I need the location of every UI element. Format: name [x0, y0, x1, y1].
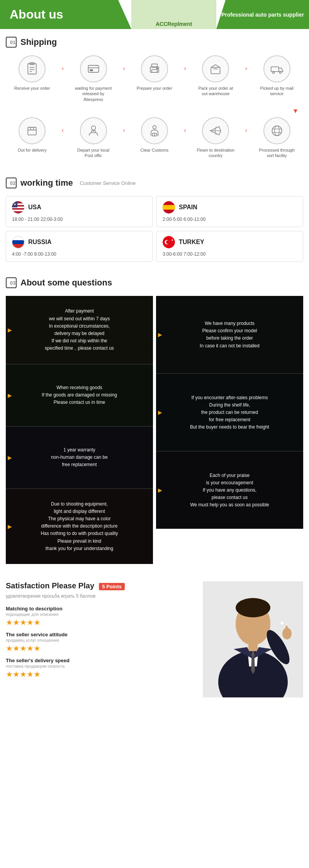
q-text-left-2: When receiving goodsIf the goods are dam…	[42, 384, 117, 407]
satisfaction-sub: удовлетворение просьба играть 5 баллов	[6, 593, 199, 599]
q-text-left-3: 1 year warrantynon-human damage can befr…	[51, 446, 108, 469]
shipping-row-1: Receive your order › waiting for payment…	[6, 55, 303, 102]
q-arrow-left-3: ▶	[8, 455, 12, 461]
arrow-down: ▾	[6, 106, 303, 115]
country-name-spain: SPAIN	[179, 204, 197, 211]
header-center: ACCReplment	[131, 0, 216, 29]
printer-icon	[148, 62, 161, 76]
stars-1: ★★★★★	[6, 618, 199, 627]
rating-item-2: The seller service attitude продавец усл…	[6, 632, 199, 653]
q-arrow-right-3: ▶	[158, 487, 162, 493]
svg-point-16	[279, 71, 281, 73]
step-prepare-label: Prepare your order	[137, 85, 172, 91]
country-card-russia: RUSSIA 4:00 -7:00 8:00-13:00	[6, 231, 153, 262]
header-left: About us	[0, 0, 131, 29]
q-item-left-4: ▶ Due to shooting equipment,light and di…	[6, 489, 153, 564]
q-arrow-right-1: ▶	[158, 331, 162, 338]
svg-rect-42	[12, 240, 24, 244]
step-receive: Receive your order	[13, 55, 51, 91]
svg-text:✦: ✦	[279, 619, 285, 627]
arrow-1: ›	[62, 65, 64, 72]
step-flown: Flown to destination country	[196, 117, 235, 159]
step-payment-label: waiting for payment released by Aliexpre…	[74, 85, 113, 102]
satisfaction-section: Satisfaction Please Play 5 Points удовле…	[0, 572, 309, 707]
country-name-russia: RUSSIA	[28, 239, 51, 246]
svg-rect-12	[211, 67, 220, 73]
customs-icon	[148, 124, 161, 138]
step-depart-label: Depart your local Post offic	[74, 147, 113, 159]
postman-icon	[87, 124, 100, 138]
svg-rect-57	[248, 641, 258, 651]
satisfaction-left: Satisfaction Please Play 5 Points удовле…	[6, 581, 199, 697]
about-us-title: About us	[10, 7, 63, 22]
svg-rect-62	[285, 626, 288, 634]
svg-rect-5	[88, 65, 98, 72]
step-pack: Pack your order at out warehouse	[196, 55, 235, 97]
step-out-delivery-label: Out for delivery	[18, 147, 47, 153]
svg-point-28	[274, 126, 279, 135]
country-card-usa: ★ USA 18:00 - 21:00 22:00-3:00	[6, 196, 153, 227]
questions-heading: About some questions	[20, 278, 112, 288]
svg-rect-34	[12, 210, 24, 211]
svg-text:★: ★	[14, 203, 16, 206]
svg-point-21	[91, 126, 95, 130]
section-number-02: 02	[6, 178, 17, 188]
plane-icon	[209, 124, 222, 138]
svg-rect-7	[90, 70, 93, 71]
step-pickup: Picked up by mail service	[258, 55, 296, 97]
q-arrow-left-2: ▶	[8, 392, 12, 398]
country-card-spain: SPAIN 2:00-5:00 6:00-11:00	[156, 196, 303, 227]
arrow-4: ›	[245, 65, 247, 72]
step-sort-label: Processed through sort facility	[258, 147, 296, 159]
questions-left-col: ▶ After paymentwe will send out within 7…	[6, 296, 153, 564]
section-number-03: 03	[6, 277, 17, 288]
step-payment: waiting for payment released by Aliexpre…	[74, 55, 113, 102]
step-receive-label: Receive your order	[14, 85, 50, 91]
q-text-right-1: We have many productsPlease confirm your…	[200, 320, 260, 350]
arrow-back-2: ‹	[123, 127, 125, 134]
rating-sub-3: поставка продавцом скорость	[6, 664, 199, 668]
q-text-right-2: If you encounter after-sales problemsDur…	[190, 394, 269, 431]
clipboard-icon	[25, 62, 39, 76]
country-times-russia: 4:00 -7:00 8:00-13:00	[12, 251, 146, 257]
q-arrow-right-2: ▶	[158, 409, 162, 415]
country-times-usa: 18:00 - 21:00 22:00-3:00	[12, 217, 146, 222]
arrow-2: ›	[123, 65, 125, 72]
arrow-back-4: ‹	[245, 127, 247, 134]
svg-point-15	[272, 71, 274, 73]
questions-title-row: 03 About some questions	[6, 277, 303, 288]
q-item-right-1: ▶ We have many productsPlease confirm yo…	[156, 296, 303, 373]
rating-item-3: The seller's delivery speed поставка про…	[6, 658, 199, 679]
rating-sub-2: продавец услуг отношения	[6, 638, 199, 642]
flag-russia	[12, 236, 24, 248]
svg-rect-14	[271, 67, 278, 72]
svg-rect-10	[152, 70, 157, 72]
q-arrow-left-1: ▶	[8, 327, 12, 333]
country-name-usa: USA	[28, 204, 41, 211]
rating-label-2: The seller service attitude	[6, 632, 199, 637]
rating-label-1: Matching to description	[6, 606, 199, 612]
rating-sub-1: подходящие для описания	[6, 612, 199, 617]
step-pickup-label: Picked up by mail service	[258, 85, 296, 97]
svg-point-56	[236, 598, 270, 617]
country-card-turkey: ★ TURKEY 3:00-6:00 7:00-12:00	[156, 231, 303, 262]
q-text-left-4: Due to shooting equipment,light and disp…	[41, 501, 118, 552]
q-item-right-3: ▶ Each of your praiseis your encourageme…	[156, 451, 303, 529]
q-item-left-2: ▶ When receiving goodsIf the goods are d…	[6, 364, 153, 426]
q-item-left-1: ▶ After paymentwe will send out within 7…	[6, 296, 153, 364]
svg-point-11	[156, 68, 158, 69]
country-grid: ★ USA 18:00 - 21:00 22:00-3:00 SPAIN 2:0…	[6, 196, 303, 262]
q-arrow-left-4: ▶	[8, 523, 12, 530]
svg-rect-38	[163, 205, 175, 210]
working-subtitle: Customer Service Online	[80, 180, 136, 186]
questions-section: 03 About some questions ▶ After paymentw…	[0, 270, 309, 571]
delivery-box-icon	[25, 124, 39, 138]
country-times-spain: 2:00-5:00 6:00-11:00	[163, 217, 297, 222]
globe-icon	[270, 124, 284, 138]
tagline: Professional auto parts supplier	[221, 12, 304, 18]
svg-text:★: ★	[171, 239, 173, 241]
shipping-heading: Shipping	[20, 37, 57, 47]
svg-rect-17	[28, 127, 36, 135]
working-time-section: 02 working time Customer Service Online …	[0, 170, 309, 270]
step-pack-label: Pack your order at out warehouse	[196, 85, 235, 97]
